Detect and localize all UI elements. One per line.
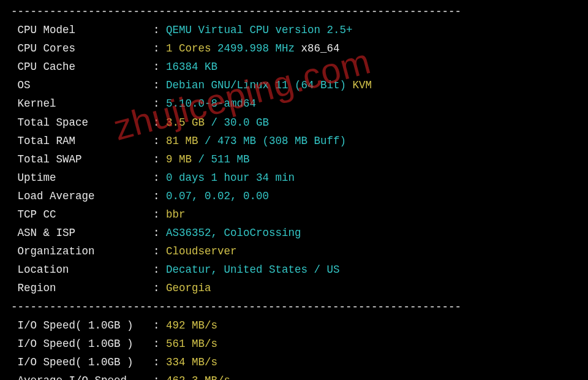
info-row: Total RAM: 81 MB / 473 MB (308 MB Buff) xyxy=(11,132,577,150)
row-label: Load Average xyxy=(11,187,153,205)
colon: : xyxy=(153,208,166,221)
info-row: Load Average: 0.07, 0.02, 0.00 xyxy=(11,187,577,205)
colon: : xyxy=(153,42,166,55)
divider-top: ----------------------------------------… xyxy=(11,2,577,21)
system-info-block: CPU Model: QEMU Virtual CPU version 2.5+… xyxy=(11,21,577,297)
row-value: (308 MB Buff) xyxy=(256,135,346,147)
row-value: 492 MB/s xyxy=(166,319,217,332)
row-label: Total Space xyxy=(11,113,153,132)
colon: : xyxy=(153,338,166,350)
row-label: Location xyxy=(11,260,153,279)
row-value: Debian GNU/Linux 11 (64 Bit) xyxy=(166,79,346,91)
colon: : xyxy=(153,374,166,380)
colon: : xyxy=(153,135,166,147)
divider-mid: ----------------------------------------… xyxy=(11,298,577,316)
info-row: Total SWAP: 9 MB / 511 MB xyxy=(11,150,577,169)
row-label: Total SWAP xyxy=(11,150,153,169)
row-value: Georgia xyxy=(166,282,211,294)
row-value: / xyxy=(205,116,224,129)
info-row: Region: Georgia xyxy=(11,279,577,297)
row-label: CPU Model xyxy=(11,21,153,39)
row-value: 334 MB/s xyxy=(166,356,217,368)
row-label: Region xyxy=(11,279,153,297)
colon: : xyxy=(153,264,166,276)
info-row: I/O Speed( 1.0GB ): 561 MB/s xyxy=(11,335,577,353)
colon: : xyxy=(153,356,166,368)
colon: : xyxy=(153,190,166,202)
info-row: Kernel: 5.10.0-8-amd64 xyxy=(11,94,577,113)
colon: : xyxy=(153,153,166,165)
info-row: TCP CC: bbr xyxy=(11,205,577,224)
row-value: bbr xyxy=(166,208,186,221)
row-value: / xyxy=(198,135,218,147)
info-row: Organization: Cloudserver xyxy=(11,242,577,260)
row-value: 1 Cores xyxy=(166,42,211,55)
row-label: Organization xyxy=(11,242,153,260)
info-row: CPU Cores: 1 Cores 2499.998 MHz x86_64 xyxy=(11,39,577,58)
row-label: I/O Speed( 1.0GB ) xyxy=(11,316,153,335)
row-label: OS xyxy=(11,76,153,94)
info-row: Uptime: 0 days 1 hour 34 min xyxy=(11,169,577,187)
row-label: Total RAM xyxy=(11,132,153,150)
colon: : xyxy=(153,282,166,294)
row-value: AS36352, ColoCrossing xyxy=(166,227,301,239)
info-row: CPU Model: QEMU Virtual CPU version 2.5+ xyxy=(11,21,577,39)
row-value: 2499.998 MHz xyxy=(211,42,301,55)
row-value: 5.10.0-8-amd64 xyxy=(166,97,256,110)
colon: : xyxy=(153,116,166,129)
info-row: ASN & ISP: AS36352, ColoCrossing xyxy=(11,224,577,242)
row-value: KVM xyxy=(346,79,372,91)
row-value: Cloudserver xyxy=(166,245,237,257)
row-value: 81 MB xyxy=(166,135,198,147)
row-label: Average I/O Speed xyxy=(11,371,153,380)
row-label: CPU Cache xyxy=(11,58,153,76)
info-row: Average I/O Speed: 462.3 MB/s xyxy=(11,371,577,380)
row-value: 30.0 GB xyxy=(224,116,270,129)
colon: : xyxy=(153,97,166,110)
colon: : xyxy=(153,245,166,257)
info-row: CPU Cache: 16384 KB xyxy=(11,58,577,76)
row-value: x86_64 xyxy=(301,42,340,55)
info-row: Location: Decatur, United States / US xyxy=(11,260,577,279)
info-row: I/O Speed( 1.0GB ): 334 MB/s xyxy=(11,353,577,371)
row-value: 9 MB xyxy=(166,153,192,165)
colon: : xyxy=(153,227,166,239)
row-label: Uptime xyxy=(11,169,153,187)
info-row: Total Space: 3.5 GB / 30.0 GB xyxy=(11,113,577,132)
row-value: 473 MB xyxy=(217,135,256,147)
row-label: I/O Speed( 1.0GB ) xyxy=(11,335,153,353)
row-value: 511 MB xyxy=(211,153,250,165)
info-row: I/O Speed( 1.0GB ): 492 MB/s xyxy=(11,316,577,335)
row-label: CPU Cores xyxy=(11,39,153,58)
info-row: OS: Debian GNU/Linux 11 (64 Bit) KVM xyxy=(11,76,577,94)
row-value: 3.5 GB xyxy=(166,116,205,129)
colon: : xyxy=(153,61,166,73)
row-label: Kernel xyxy=(11,94,153,113)
io-speed-block: I/O Speed( 1.0GB ): 492 MB/s I/O Speed( … xyxy=(11,316,577,380)
row-value: 16384 KB xyxy=(166,61,217,73)
row-value: 0 days 1 hour 34 min xyxy=(166,172,295,184)
row-value: Decatur, United States / US xyxy=(166,264,340,276)
colon: : xyxy=(153,319,166,332)
colon: : xyxy=(153,24,166,36)
terminal-output: ----------------------------------------… xyxy=(2,2,586,380)
row-value: 0.07, 0.02, 0.00 xyxy=(166,190,269,202)
row-value: 561 MB/s xyxy=(166,338,217,350)
colon: : xyxy=(153,79,166,91)
row-label: I/O Speed( 1.0GB ) xyxy=(11,353,153,371)
row-label: TCP CC xyxy=(11,205,153,224)
row-value: QEMU Virtual CPU version 2.5+ xyxy=(166,24,353,36)
row-value: 462.3 MB/s xyxy=(166,374,230,380)
row-label: ASN & ISP xyxy=(11,224,153,242)
row-value: / xyxy=(192,153,211,165)
colon: : xyxy=(153,172,166,184)
